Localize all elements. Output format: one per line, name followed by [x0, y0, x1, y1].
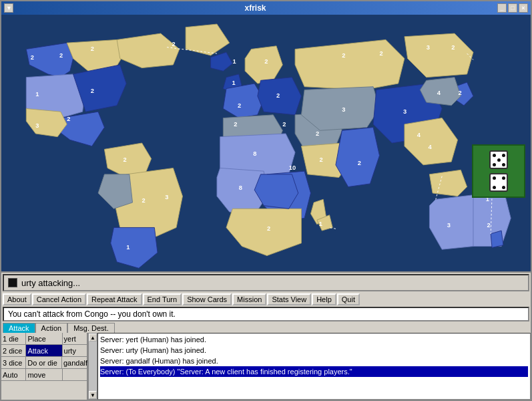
die-2	[489, 173, 508, 192]
svg-text:3: 3	[35, 122, 39, 129]
table-row: 1 die Place yert	[1, 333, 87, 345]
table-row: 2 dice Attack urty	[1, 345, 87, 357]
player-label-4	[63, 369, 87, 380]
msg-dest-tab[interactable]: Msg. Dest.	[67, 323, 115, 333]
dot	[502, 163, 505, 166]
attack-tab[interactable]: Attack	[3, 323, 35, 333]
player-label-2: urty	[63, 345, 87, 356]
close-button[interactable]: ×	[519, 3, 528, 13]
dot	[502, 176, 505, 180]
svg-text:2: 2	[59, 52, 63, 59]
quit-button[interactable]: Quit	[337, 293, 360, 305]
attack-label-4: Auto	[1, 369, 26, 380]
svg-text:2: 2	[123, 156, 126, 163]
svg-marker-29	[301, 87, 379, 131]
action-label-1[interactable]: Place	[26, 333, 62, 344]
world-map: 2 2 2 2 1 2 2 3 2 2 3 1 1 1 2 2 2 2 2 8 …	[1, 15, 531, 271]
player-label-3: gandalf	[62, 357, 87, 368]
stats-view-button[interactable]: Stats View	[267, 293, 311, 305]
svg-text:2: 2	[358, 160, 361, 166]
titlebar: ▾ xfrisk _ □ ×	[1, 1, 531, 15]
svg-text:2: 2	[31, 54, 34, 61]
svg-text:2: 2	[320, 156, 323, 163]
mission-button[interactable]: Mission	[232, 293, 266, 305]
svg-text:2: 2	[267, 225, 270, 232]
svg-text:2: 2	[91, 88, 94, 94]
action-label-4[interactable]: move	[26, 369, 62, 380]
svg-text:2: 2	[172, 41, 176, 47]
left-panel: 1 die Place yert 2 dice Attack urty 3 di…	[1, 333, 88, 400]
svg-text:2: 2	[459, 90, 462, 96]
help-button[interactable]: Help	[312, 293, 336, 305]
scroll-area[interactable]: ▲ ▼	[88, 333, 97, 400]
chat-line-4: Server: (To Everybody) "Server: A new cl…	[100, 366, 528, 377]
map-area[interactable]: 2 2 2 2 1 2 2 3 2 2 3 1 1 1 2 2 2 2 2 8 …	[1, 15, 531, 271]
action-label-3[interactable]: Do or die	[26, 357, 62, 368]
svg-text:2: 2	[142, 197, 146, 204]
dot	[502, 154, 505, 157]
chat-area: Server: yert (Human) has joined. Server:…	[97, 333, 531, 400]
attack-label-2: 2 dice	[1, 345, 26, 356]
dot	[493, 186, 496, 189]
maximize-button[interactable]: □	[508, 3, 517, 13]
svg-text:2: 2	[379, 50, 382, 57]
svg-text:2: 2	[282, 121, 286, 128]
player-label-1: yert	[63, 333, 87, 344]
svg-text:1: 1	[319, 221, 322, 227]
svg-text:3: 3	[342, 106, 345, 113]
svg-text:2: 2	[91, 45, 94, 52]
chat-line-1: Server: yert (Human) has joined.	[100, 334, 528, 345]
main-window: ▾ xfrisk _ □ ×	[0, 0, 532, 401]
table-row: 3 dice Do or die gandalf	[1, 357, 87, 369]
dot	[493, 163, 496, 166]
svg-text:1: 1	[232, 58, 236, 65]
action-tab[interactable]: Action	[35, 323, 68, 333]
status-text: urty attacking...	[21, 278, 80, 288]
svg-text:4: 4	[437, 90, 441, 96]
svg-marker-27	[295, 39, 405, 90]
svg-text:2: 2	[487, 222, 491, 229]
window-title: xfrisk	[13, 3, 497, 13]
end-turn-button[interactable]: End Turn	[143, 293, 182, 305]
svg-marker-35	[429, 170, 467, 196]
dot	[493, 176, 496, 180]
svg-text:3: 3	[403, 108, 407, 115]
tabs-row: Attack Action Msg. Dest.	[1, 322, 531, 333]
repeat-attack-button[interactable]: Repeat Attack	[87, 293, 142, 305]
die-1	[489, 150, 508, 169]
svg-text:2: 2	[67, 116, 70, 122]
action-label-2[interactable]: Attack	[26, 345, 62, 356]
chat-line-2: Server: urty (Human) has joined.	[100, 345, 528, 356]
svg-text:2: 2	[238, 102, 241, 109]
svg-text:4: 4	[429, 144, 433, 150]
svg-text:2: 2	[342, 52, 345, 59]
status-indicator	[8, 278, 17, 287]
svg-text:2: 2	[276, 92, 280, 99]
attack-label-1: 1 die	[1, 333, 26, 344]
svg-text:2: 2	[316, 130, 319, 137]
show-cards-button[interactable]: Show Cards	[182, 293, 232, 305]
dot	[493, 154, 496, 157]
dot	[502, 186, 505, 189]
message-bar: You can't attack from Congo -- you don't…	[3, 307, 529, 321]
cancel-action-button[interactable]: Cancel Action	[32, 293, 86, 305]
svg-text:3: 3	[427, 44, 430, 51]
svg-text:8: 8	[239, 184, 242, 191]
status-bar: urty attacking...	[3, 274, 529, 291]
main-content: 1 die Place yert 2 dice Attack urty 3 di…	[1, 333, 531, 400]
svg-text:2: 2	[264, 58, 268, 65]
table-row: Auto move	[1, 369, 87, 381]
svg-text:1: 1	[126, 244, 129, 251]
button-bar: About Cancel Action Repeat Attack End Tu…	[1, 293, 531, 306]
scroll-up-button[interactable]: ▲	[89, 333, 97, 342]
titlebar-left-controls: ▾	[4, 3, 13, 13]
system-menu-button[interactable]: ▾	[4, 3, 13, 13]
chat-line-3: Server: gandalf (Human) has joined.	[100, 356, 528, 366]
scroll-down-button[interactable]: ▼	[89, 391, 97, 399]
dice-area	[472, 144, 525, 198]
minimize-button[interactable]: _	[497, 3, 507, 13]
about-button[interactable]: About	[3, 293, 31, 305]
dot	[497, 158, 501, 162]
svg-text:3: 3	[165, 194, 168, 200]
svg-text:2: 2	[234, 121, 237, 128]
